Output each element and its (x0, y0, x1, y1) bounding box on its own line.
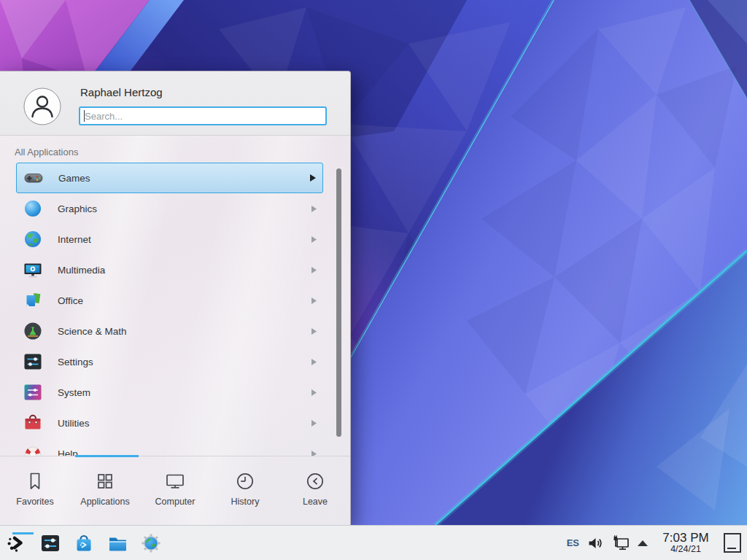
section-label: All Applications (15, 147, 78, 158)
category-label: Games (58, 173, 90, 184)
category-label: Utilities (58, 418, 90, 429)
submenu-arrow-icon (311, 359, 317, 365)
tab-leave[interactable]: Leave (280, 459, 350, 526)
tab-label: Computer (155, 497, 196, 507)
leave-back-circle-icon (304, 470, 326, 492)
category-row-multimedia[interactable]: Multimedia (16, 254, 323, 285)
active-task-indicator (12, 532, 34, 534)
menu-scrollbar[interactable] (336, 168, 341, 437)
globe-icon (23, 229, 43, 249)
digital-clock[interactable]: 7:03 PM 4/24/21 (655, 532, 716, 554)
discover-bag-icon (73, 532, 95, 554)
category-row-science-math[interactable]: Science & Math (16, 316, 323, 346)
menu-header: Raphael Hertzog (0, 71, 350, 136)
show-desktop-button[interactable] (724, 533, 741, 553)
text-caret (84, 110, 85, 122)
category-row-help[interactable]: Help (16, 438, 323, 456)
category-row-office[interactable]: Office (16, 285, 323, 316)
bookmark-icon (24, 470, 46, 492)
category-label: Graphics (58, 203, 97, 214)
tab-favorites[interactable]: Favorites (0, 459, 70, 526)
file-manager-launcher[interactable] (107, 532, 128, 554)
system-tray: ES 7:03 PM 4/24/21 (567, 532, 741, 554)
tab-computer[interactable]: Computer (140, 459, 210, 526)
category-label: System (58, 387, 90, 398)
clock-time: 7:03 PM (655, 532, 716, 545)
application-launcher-menu: Raphael Hertzog All Applications Games (0, 71, 351, 525)
web-browser-launcher[interactable] (140, 532, 162, 554)
multimedia-monitor-icon (23, 260, 43, 280)
submenu-arrow-icon (311, 420, 317, 427)
folder-icon (107, 532, 128, 554)
category-list: Games Graphics (0, 163, 350, 456)
category-row-settings[interactable]: Settings (16, 346, 323, 377)
science-flask-icon (23, 321, 43, 341)
submenu-arrow-icon (311, 389, 317, 396)
category-row-system[interactable]: System (16, 377, 323, 408)
submenu-arrow-icon (311, 236, 317, 243)
tabbar-divider (0, 456, 350, 456)
monitor-icon (164, 470, 186, 492)
category-row-internet[interactable]: Internet (16, 224, 323, 254)
keyboard-layout-indicator[interactable]: ES (567, 537, 579, 548)
taskbar-panel: ES 7:03 PM 4/24/21 (0, 525, 747, 560)
submenu-arrow-icon (311, 206, 317, 212)
discover-launcher[interactable] (73, 532, 95, 554)
tab-label: Leave (303, 497, 328, 507)
tab-label: Applications (80, 497, 129, 507)
help-lifering-icon (23, 443, 43, 456)
office-documents-icon (23, 290, 43, 311)
app-grid-icon (94, 470, 116, 492)
expand-tray-arrow-icon[interactable] (638, 540, 648, 547)
search-field-wrap (79, 106, 327, 125)
category-row-games[interactable]: Games (16, 163, 323, 193)
category-label: Internet (58, 234, 91, 245)
system-settings-launcher[interactable] (39, 532, 61, 554)
category-row-graphics[interactable]: Graphics (16, 193, 323, 224)
category-label: Science & Math (58, 326, 127, 337)
category-label: Multimedia (58, 265, 105, 276)
submenu-arrow-icon (310, 174, 316, 182)
desktop: Raphael Hertzog All Applications Games (0, 0, 747, 560)
tab-label: History (231, 497, 260, 507)
kickoff-tabbar: Favorites Applications C (0, 459, 350, 526)
submenu-arrow-icon (311, 267, 317, 273)
category-row-utilities[interactable]: Utilities (16, 408, 323, 438)
audio-volume-icon[interactable] (587, 534, 604, 552)
submenu-arrow-icon (311, 328, 317, 335)
category-label: Office (58, 295, 83, 306)
graphics-ball-icon (23, 198, 43, 219)
user-avatar[interactable] (23, 88, 61, 128)
utilities-toolbox-icon (23, 413, 43, 433)
wired-network-icon[interactable] (611, 534, 630, 553)
clock-date: 4/24/21 (655, 545, 716, 554)
tab-label: Favorites (16, 497, 53, 507)
application-launcher-button[interactable] (6, 532, 28, 554)
user-avatar-icon (23, 88, 61, 125)
settings-sliders-icon (23, 351, 43, 372)
tab-applications[interactable]: Applications (70, 459, 140, 526)
search-input[interactable] (79, 106, 327, 125)
active-tab-indicator (75, 455, 139, 457)
tab-history[interactable]: History (210, 459, 280, 526)
gamepad-icon (23, 168, 44, 188)
kde-launcher-icon (6, 532, 28, 554)
category-label: Settings (58, 357, 93, 368)
system-settings-icon (39, 532, 61, 554)
clock-icon (234, 470, 256, 492)
browser-globe-gear-icon (140, 532, 162, 554)
submenu-arrow-icon (311, 298, 317, 304)
user-name: Raphael Hertzog (80, 86, 163, 98)
system-sliders-icon (23, 382, 43, 402)
